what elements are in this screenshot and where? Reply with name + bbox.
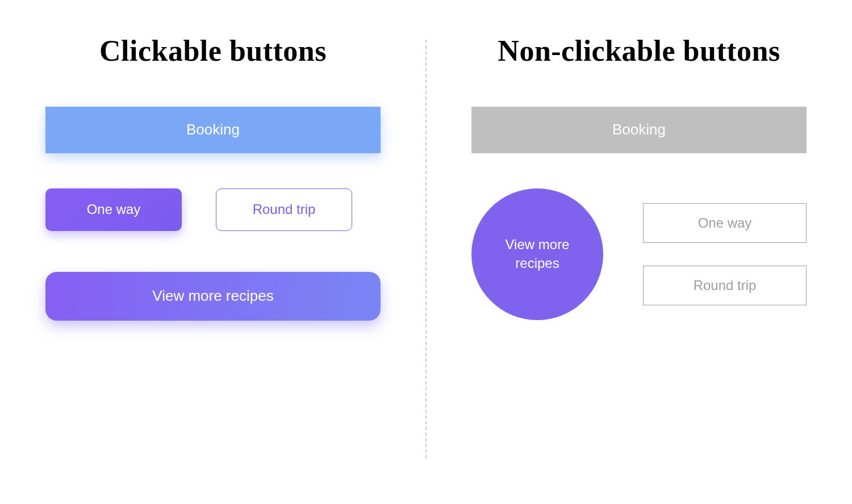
view-more-recipes-button[interactable]: View more recipes	[45, 272, 381, 321]
trip-options-stack: One way Round trip	[643, 203, 807, 305]
column-divider	[425, 40, 427, 459]
non-clickable-lower-row: View more recipes One way Round trip	[471, 188, 807, 320]
round-trip-button[interactable]: Round trip	[216, 188, 352, 231]
one-way-button[interactable]: One way	[45, 188, 182, 231]
view-more-recipes-circle: View more recipes	[471, 188, 603, 320]
clickable-column: Clickable buttons Booking One way Round …	[0, 0, 426, 504]
non-clickable-column: Non-clickable buttons Booking View more …	[426, 0, 852, 504]
booking-disabled: Booking	[471, 107, 807, 153]
clickable-heading: Clickable buttons	[99, 34, 327, 68]
round-trip-disabled: Round trip	[643, 266, 807, 305]
booking-button[interactable]: Booking	[45, 107, 381, 153]
trip-options-row: One way Round trip	[45, 188, 381, 231]
non-clickable-heading: Non-clickable buttons	[498, 34, 780, 68]
one-way-disabled: One way	[643, 203, 807, 243]
